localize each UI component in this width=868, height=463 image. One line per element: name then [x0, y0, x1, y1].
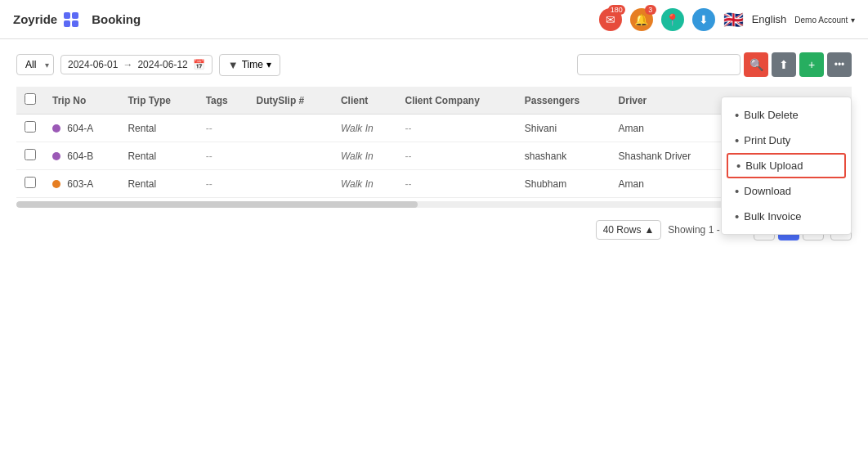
header-duty-slip: DutySlip # [248, 87, 333, 115]
more-dropdown-menu: • Bulk Delete • Print Duty • Bulk Upload… [721, 97, 852, 235]
messages-badge: 180 [608, 5, 625, 15]
cell-driver: Aman [611, 115, 727, 142]
bullet-icon: • [736, 159, 740, 173]
cell-passengers: shashank [517, 142, 611, 170]
filter-button[interactable]: ▼ Time ▾ [219, 54, 280, 76]
cell-tags: -- [198, 142, 248, 170]
cell-passengers: Shivani [517, 115, 611, 142]
cell-passengers: Shubham [517, 170, 611, 198]
cell-trip-type: Rental [119, 115, 197, 142]
dropdown-label: Download [744, 185, 791, 197]
messages-icon-wrap[interactable]: ✉ 180 [599, 8, 622, 31]
rows-arrow: ▲ [644, 224, 654, 236]
add-button[interactable]: + [799, 52, 824, 77]
search-box: 🔍 ⬆ + ••• [287, 52, 852, 77]
alerts-badge: 3 [645, 5, 656, 15]
cell-duty-slip [248, 142, 333, 170]
bullet-icon: • [735, 209, 739, 223]
row-checkbox[interactable] [25, 121, 36, 133]
grid-icon [64, 12, 78, 27]
row-checkbox-cell [16, 170, 44, 198]
header-client: Client [333, 87, 397, 115]
all-select[interactable]: All [16, 54, 54, 75]
cell-client: Walk In [333, 142, 397, 170]
cell-tags: -- [198, 170, 248, 198]
row-checkbox[interactable] [25, 149, 36, 160]
rows-per-page-button[interactable]: 40 Rows ▲ [596, 220, 662, 240]
cell-client: Walk In [333, 115, 397, 142]
dropdown-print-duty[interactable]: • Print Duty [722, 128, 851, 153]
filter-bar: All 2024-06-01 → 2024-06-12 📅 ▼ Time ▾ 🔍… [16, 52, 852, 77]
filter-label: Time [242, 59, 263, 70]
download-icon-wrap[interactable]: ⬇ [692, 8, 715, 31]
navbar: Zoyride Booking ✉ 180 🔔 3 📍 ⬇ 🇬🇧 English… [0, 0, 868, 39]
bullet-icon: • [735, 108, 739, 122]
cell-client-company: -- [396, 142, 516, 170]
dropdown-bulk-invoice[interactable]: • Bulk Invoice [722, 204, 851, 229]
cell-duty-slip [248, 115, 333, 142]
date-end: 2024-06-12 [137, 59, 187, 70]
bullet-icon: • [735, 184, 739, 198]
cell-trip-no: 604-A [44, 115, 119, 142]
bullet-icon: • [735, 133, 739, 147]
header-checkbox-col [16, 87, 44, 115]
row-checkbox[interactable] [25, 177, 36, 188]
dropdown-bulk-delete[interactable]: • Bulk Delete [722, 102, 851, 128]
main-content: All 2024-06-01 → 2024-06-12 📅 ▼ Time ▾ 🔍… [0, 39, 868, 463]
search-input[interactable] [577, 54, 740, 75]
header-driver: Driver [611, 87, 727, 115]
language-flag: 🇬🇧 [723, 10, 744, 29]
header-tags: Tags [198, 87, 248, 115]
rows-label: 40 Rows [603, 224, 642, 236]
select-all-checkbox[interactable] [25, 93, 36, 105]
navbar-icons: ✉ 180 🔔 3 📍 ⬇ 🇬🇧 English Demo Account ▾ [599, 8, 855, 31]
language-label[interactable]: English [752, 13, 787, 25]
dropdown-bulk-upload[interactable]: • Bulk Upload [727, 153, 846, 178]
brand-logo: Zoyride [13, 12, 57, 26]
funnel-icon: ▼ [228, 59, 239, 71]
cell-duty-slip [248, 170, 333, 198]
all-select-wrap[interactable]: All [16, 54, 54, 75]
cell-trip-type: Rental [119, 170, 197, 198]
upload-button[interactable]: ⬆ [772, 52, 796, 77]
date-range[interactable]: 2024-06-01 → 2024-06-12 📅 [60, 55, 213, 74]
more-button[interactable]: ••• [827, 52, 852, 77]
cell-trip-no: 603-A [44, 170, 119, 198]
dropdown-label: Bulk Invoice [744, 210, 801, 223]
date-arrow: → [123, 59, 132, 70]
row-checkbox-cell [16, 115, 44, 142]
cell-client-company: -- [396, 170, 516, 198]
header-client-company: Client Company [396, 87, 516, 115]
cell-client: Walk In [333, 170, 397, 198]
status-dot [52, 152, 60, 160]
cell-trip-type: Rental [119, 142, 197, 170]
cell-client-company: -- [396, 115, 516, 142]
calendar-icon: 📅 [193, 59, 205, 70]
account-menu[interactable]: Demo Account ▾ [794, 13, 855, 25]
date-start: 2024-06-01 [68, 59, 118, 70]
location-icon: 📍 [661, 8, 684, 31]
cell-tags: -- [198, 115, 248, 142]
status-dot [52, 180, 60, 188]
download-icon: ⬇ [692, 8, 715, 31]
alerts-icon-wrap[interactable]: 🔔 3 [630, 8, 653, 31]
cell-trip-no: 604-B [44, 142, 119, 170]
header-trip-no: Trip No [44, 87, 119, 115]
filter-arrow: ▾ [266, 59, 271, 70]
search-button[interactable]: 🔍 [744, 52, 768, 77]
scroll-thumb [16, 201, 418, 208]
row-checkbox-cell [16, 142, 44, 170]
dropdown-label: Bulk Delete [744, 109, 798, 121]
dropdown-download[interactable]: • Download [722, 178, 851, 204]
cell-driver: Shashank Driver [611, 142, 727, 170]
dropdown-label: Print Duty [744, 134, 790, 146]
header-passengers: Passengers [517, 87, 611, 115]
location-icon-wrap[interactable]: 📍 [661, 8, 684, 31]
page-title: Booking [92, 12, 599, 26]
header-trip-type: Trip Type [119, 87, 197, 115]
dropdown-label: Bulk Upload [745, 160, 803, 172]
cell-driver: Aman [611, 170, 727, 198]
status-dot [52, 124, 60, 133]
